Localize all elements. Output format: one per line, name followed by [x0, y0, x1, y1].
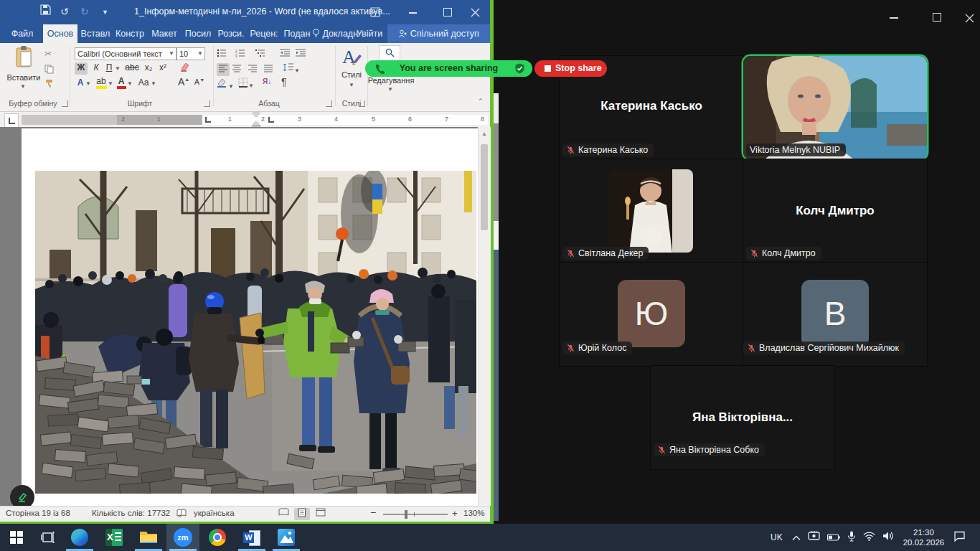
participant-tile[interactable]: Колч Дмитро Колч Дмитро — [743, 159, 927, 263]
page-indicator[interactable]: Сторінка 19 із 68 — [6, 509, 70, 517]
language-indicator[interactable]: українська — [194, 509, 235, 517]
word-count[interactable]: Кількість слів: 17732 — [92, 509, 170, 517]
customize-quick-access-icon[interactable]: ▼ — [102, 9, 108, 16]
align-left-icon[interactable] — [217, 63, 230, 76]
numbering-icon[interactable]: 123 — [235, 49, 245, 60]
highlight-button[interactable]: ab — [95, 76, 108, 89]
tab-home[interactable]: Основ — [43, 24, 77, 43]
language-switcher[interactable]: UK — [771, 532, 783, 542]
underline-button[interactable]: П — [103, 62, 115, 72]
save-icon[interactable] — [40, 4, 51, 17]
line-spacing-icon[interactable]: ▼ — [283, 63, 300, 75]
cut-icon[interactable]: ✂ — [44, 49, 52, 59]
align-right-icon[interactable] — [248, 65, 258, 75]
undo-icon[interactable]: ↺ — [60, 6, 69, 17]
zoom-maximize-button[interactable] — [933, 13, 941, 22]
tab-layout[interactable]: Макет — [148, 24, 181, 43]
document-area[interactable] — [0, 127, 478, 506]
minimize-button[interactable] — [409, 7, 419, 17]
ribbon-display-options-icon[interactable] — [370, 7, 380, 17]
taskbar-excel[interactable]: X — [98, 524, 131, 551]
tray-clock[interactable]: 21:30 20.02.2026 — [903, 527, 945, 547]
underline-dropdown[interactable]: ▼ — [115, 65, 121, 72]
taskbar-edge[interactable] — [63, 524, 96, 551]
redo-icon[interactable]: ↻ — [80, 6, 89, 17]
paste-button[interactable] — [9, 46, 40, 71]
shading-icon[interactable]: ▼ — [217, 77, 234, 90]
tab-file[interactable]: Файл — [6, 24, 39, 43]
tab-stop-marker[interactable] — [268, 117, 274, 123]
tab-selector[interactable] — [4, 113, 19, 128]
volume-icon[interactable] — [882, 531, 894, 544]
paste-label[interactable]: Вставити — [3, 73, 44, 82]
strikethrough-button[interactable]: abc — [123, 62, 141, 72]
web-layout-icon[interactable] — [313, 508, 329, 520]
taskbar-photos[interactable] — [270, 524, 303, 551]
change-case-dropdown[interactable]: ▼ — [151, 80, 156, 87]
microphone-tray-icon[interactable] — [847, 531, 856, 545]
clear-formatting-icon[interactable] — [179, 61, 191, 75]
decrease-indent-icon[interactable] — [280, 49, 291, 60]
start-button[interactable] — [0, 524, 33, 551]
participant-tile[interactable]: Яна Вікторівна... Яна Вікторівна Собко — [651, 366, 834, 469]
scroll-up-icon[interactable]: ▲ — [481, 131, 487, 137]
tab-design[interactable]: Констр — [113, 24, 146, 43]
tab-stop-marker[interactable] — [205, 117, 211, 123]
font-size-combo[interactable]: 10 ▼ — [176, 47, 205, 60]
font-dialog-launcher[interactable] — [204, 100, 210, 107]
task-view-button[interactable] — [32, 524, 65, 551]
borders-icon[interactable]: ▼ — [238, 77, 254, 90]
font-name-combo[interactable]: Calibri (Основний текст ▼ — [75, 47, 176, 60]
zoom-annotation-badge[interactable] — [10, 485, 34, 506]
styles-dropdown[interactable]: ▼ — [349, 82, 354, 88]
grow-font-button[interactable]: А▲ — [178, 76, 189, 88]
font-color-button[interactable]: А — [116, 76, 126, 89]
multilevel-list-icon[interactable] — [255, 49, 265, 60]
styles-label[interactable]: Стилі — [336, 70, 367, 79]
tab-references[interactable]: Посил — [182, 24, 214, 43]
taskbar-file-explorer[interactable] — [132, 524, 165, 551]
maximize-button[interactable] — [443, 7, 453, 17]
collapse-ribbon-icon[interactable]: ⌃ — [478, 98, 484, 105]
close-button[interactable] — [471, 7, 481, 17]
sort-icon[interactable]: Я↓ — [263, 77, 271, 85]
taskbar-zoom-active[interactable]: zm — [166, 524, 199, 551]
search-button[interactable] — [379, 45, 400, 61]
styles-dialog-launcher[interactable] — [359, 100, 365, 107]
taskbar-chrome[interactable] — [201, 524, 234, 551]
participant-tile[interactable]: Світлана Декер — [560, 159, 743, 263]
zoom-minimize-button[interactable] — [890, 13, 898, 19]
zoom-slider-thumb[interactable] — [405, 510, 407, 519]
zoom-level[interactable]: 130% — [463, 509, 484, 517]
superscript-button[interactable]: x² — [156, 62, 169, 72]
editing-label[interactable]: Редагування — [366, 76, 416, 85]
tray-chevron-icon[interactable] — [792, 531, 801, 544]
text-effects-button[interactable]: А — [75, 77, 86, 88]
align-center-icon[interactable] — [232, 65, 242, 75]
participant-tile-video-active[interactable]: Viktoria Melnyk NUBIP — [743, 56, 927, 159]
text-effects-dropdown[interactable]: ▼ — [85, 80, 91, 87]
battery-icon[interactable] — [827, 531, 840, 544]
clipboard-dialog-launcher[interactable] — [62, 100, 68, 107]
highlight-dropdown[interactable]: ▼ — [108, 80, 113, 87]
read-mode-icon[interactable] — [275, 508, 291, 520]
vertical-scrollbar[interactable]: ▲ — [478, 127, 491, 506]
tab-review[interactable]: Рецен: — [248, 24, 280, 43]
tab-insert[interactable]: Вставл — [79, 24, 112, 43]
tab-mailings[interactable]: Розси. — [215, 24, 247, 43]
action-center-icon[interactable] — [953, 531, 966, 545]
paste-dropdown[interactable]: ▼ — [20, 83, 26, 90]
print-layout-icon[interactable] — [294, 508, 310, 520]
justify-icon[interactable] — [264, 65, 273, 75]
participant-tile[interactable]: Ю Юрій Колос — [560, 263, 743, 366]
pilcrow-icon[interactable]: ¶ — [281, 76, 287, 88]
stop-share-button[interactable]: Stop share — [534, 60, 607, 77]
scrollbar-thumb[interactable] — [481, 144, 488, 230]
editing-dropdown[interactable]: ▼ — [387, 86, 393, 93]
document-page[interactable] — [22, 128, 478, 506]
bullets-icon[interactable] — [217, 49, 227, 60]
zoom-slider-track[interactable] — [383, 514, 448, 515]
subscript-button[interactable]: x₂ — [142, 62, 155, 72]
bold-button[interactable]: Ж — [75, 62, 88, 75]
format-painter-icon[interactable] — [44, 79, 54, 90]
